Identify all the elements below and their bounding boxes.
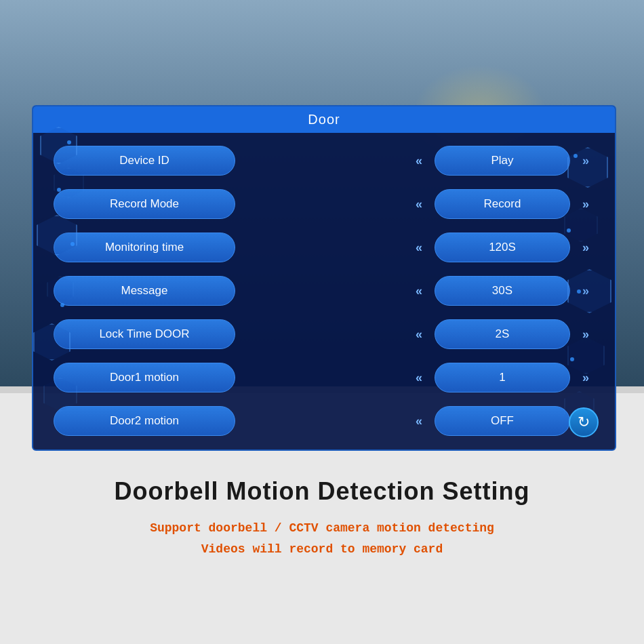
- door2-motion-label: Door2 motion: [54, 406, 235, 436]
- main-heading: Doorbell Motion Detection Setting: [115, 477, 530, 506]
- record-mode-arrow-left[interactable]: «: [410, 195, 428, 214]
- lock-time-door-value[interactable]: 2S: [435, 319, 570, 349]
- row-record-mode: Record Mode « Record »: [54, 184, 595, 224]
- device-id-label: Device ID: [54, 146, 235, 176]
- settings-panel: Door Device ID « Play » Record Mode « Re…: [32, 105, 616, 451]
- sub-text: Support doorbell / CCTV camera motion de…: [150, 518, 494, 559]
- message-arrow-left[interactable]: «: [410, 281, 428, 301]
- row-device-id: Device ID « Play »: [54, 141, 595, 180]
- row-door1-motion: Door1 motion « 1 »: [54, 358, 595, 397]
- row-door2-motion: Door2 motion « OFF »: [54, 401, 595, 441]
- door1-motion-arrow-right[interactable]: »: [577, 368, 595, 388]
- row-monitoring-time: Monitoring time « 120S »: [54, 228, 595, 267]
- device-id-arrow-left[interactable]: «: [410, 151, 428, 171]
- monitoring-time-arrow-left[interactable]: «: [410, 238, 428, 258]
- sub-line-2: Videos will record to memory card: [150, 539, 494, 560]
- door1-motion-value[interactable]: 1: [435, 363, 570, 393]
- record-mode-label: Record Mode: [54, 189, 235, 219]
- lock-time-door-arrow-left[interactable]: «: [410, 325, 428, 344]
- door2-motion-value[interactable]: OFF: [435, 406, 570, 436]
- message-label: Message: [54, 276, 235, 306]
- panel-title: Door: [33, 106, 615, 133]
- sub-line-1: Support doorbell / CCTV camera motion de…: [150, 518, 494, 539]
- record-mode-arrow-right[interactable]: »: [577, 195, 595, 214]
- row-message: Message « 30S »: [54, 271, 595, 310]
- row-lock-time-door: Lock Time DOOR « 2S »: [54, 315, 595, 354]
- door1-motion-arrow-left[interactable]: «: [410, 368, 428, 388]
- message-arrow-right[interactable]: »: [577, 281, 595, 301]
- door2-motion-arrow-left[interactable]: «: [410, 411, 428, 431]
- monitoring-time-value[interactable]: 120S: [435, 233, 570, 262]
- device-id-arrow-right[interactable]: »: [577, 151, 595, 171]
- record-mode-value[interactable]: Record: [435, 189, 570, 219]
- door1-motion-label: Door1 motion: [54, 363, 235, 393]
- device-id-value[interactable]: Play: [435, 146, 570, 176]
- lock-time-door-label: Lock Time DOOR: [54, 319, 235, 349]
- lock-time-door-arrow-right[interactable]: »: [577, 325, 595, 344]
- refresh-button[interactable]: ↻: [569, 407, 599, 437]
- panel-body: Device ID « Play » Record Mode « Record …: [33, 133, 615, 449]
- monitoring-time-label: Monitoring time: [54, 233, 235, 262]
- monitoring-time-arrow-right[interactable]: »: [577, 238, 595, 258]
- message-value[interactable]: 30S: [435, 276, 570, 306]
